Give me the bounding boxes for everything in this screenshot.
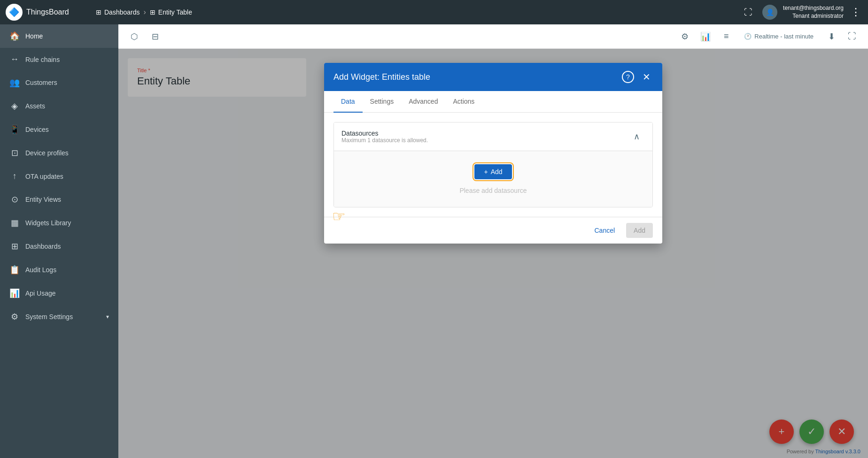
sidebar-label-devices: Devices bbox=[25, 126, 49, 133]
download-button[interactable]: ⬇ bbox=[823, 28, 840, 45]
sidebar-item-customers[interactable]: 👥 Customers bbox=[0, 71, 118, 94]
sidebar-label-customers: Customers bbox=[25, 79, 57, 86]
add-widget-modal: Add Widget: Entities table ? ✕ Data Sett… bbox=[324, 63, 662, 244]
time-range-label: Realtime - last minute bbox=[754, 33, 814, 40]
dashboard-toolbar: ⬡ ⊟ ⚙ 📊 ≡ 🕐 Realtime - last minute ⬇ ⛶ bbox=[118, 24, 868, 49]
sidebar-label-device-profiles: Device profiles bbox=[25, 149, 69, 157]
datasource-placeholder: Please add datasource bbox=[459, 187, 527, 194]
dashboards-icon: ⊞ bbox=[96, 8, 101, 16]
user-email: tenant@thingsboard.org bbox=[783, 4, 844, 12]
modal-header: Add Widget: Entities table ? ✕ bbox=[324, 63, 662, 91]
expand-icon: ▾ bbox=[106, 313, 109, 320]
breadcrumb-dashboards[interactable]: ⊞ Dashboards bbox=[96, 8, 140, 16]
sidebar-item-dashboards[interactable]: ⊞ Dashboards bbox=[0, 235, 118, 258]
sidebar-item-audit-logs[interactable]: 📋 Audit Logs bbox=[0, 258, 118, 282]
rule-chains-icon: ↔ bbox=[9, 54, 20, 64]
avatar: 👤 bbox=[762, 5, 777, 20]
widgets-icon: ▦ bbox=[9, 218, 20, 228]
devices-icon: 📱 bbox=[9, 124, 20, 135]
breadcrumb-separator: › bbox=[144, 8, 146, 16]
modal-close-button[interactable]: ✕ bbox=[640, 70, 653, 84]
api-usage-icon: 📊 bbox=[9, 288, 20, 298]
datasources-section: Datasources Maximum 1 datasource is allo… bbox=[333, 122, 653, 207]
datasources-title-area: Datasources Maximum 1 datasource is allo… bbox=[341, 130, 428, 144]
datasources-header: Datasources Maximum 1 datasource is allo… bbox=[334, 122, 652, 151]
assets-icon: ◈ bbox=[9, 101, 20, 111]
entity-views-icon: ⊙ bbox=[9, 194, 20, 205]
settings-button[interactable]: ⚙ bbox=[676, 28, 693, 45]
logo-area: 🔷 ThingsBoard bbox=[6, 4, 90, 21]
fullscreen-button[interactable]: ⛶ bbox=[844, 28, 860, 45]
dashboard-content: Title * Entity Table Add Widget: Entitie… bbox=[118, 49, 868, 458]
layers-button[interactable]: ⬡ bbox=[126, 28, 143, 45]
modal-body: Datasources Maximum 1 datasource is allo… bbox=[324, 113, 662, 217]
system-settings-icon: ⚙ bbox=[9, 312, 20, 322]
sidebar-item-api-usage[interactable]: 📊 Api Usage bbox=[0, 282, 118, 305]
content-area: ⬡ ⊟ ⚙ 📊 ≡ 🕐 Realtime - last minute ⬇ ⛶ T… bbox=[118, 24, 868, 458]
sidebar-label-audit-logs: Audit Logs bbox=[25, 266, 56, 274]
tab-advanced[interactable]: Advanced bbox=[401, 91, 445, 113]
add-button[interactable]: Add bbox=[626, 223, 653, 238]
chart-button[interactable]: 📊 bbox=[697, 28, 714, 45]
clock-icon: 🕐 bbox=[744, 33, 752, 40]
sidebar-item-rule-chains[interactable]: ↔ Rule chains bbox=[0, 48, 118, 71]
sidebar-label-assets: Assets bbox=[25, 102, 45, 110]
sidebar-label-home: Home bbox=[25, 32, 43, 40]
datasources-subtitle: Maximum 1 datasource is allowed. bbox=[341, 137, 428, 144]
sidebar-label-entity-views: Entity Views bbox=[25, 196, 61, 203]
navbar-right: ⛶ 👤 tenant@thingsboard.org Tenant admini… bbox=[740, 4, 862, 21]
datasources-body: + Add Please add datasource bbox=[334, 151, 652, 207]
breadcrumb-entity-table[interactable]: ⊞ Entity Table bbox=[150, 8, 192, 16]
collapse-datasources-button[interactable]: ∧ bbox=[628, 128, 645, 145]
tab-data[interactable]: Data bbox=[333, 91, 363, 113]
sidebar-item-assets[interactable]: ◈ Assets bbox=[0, 94, 118, 118]
cancel-button[interactable]: Cancel bbox=[587, 223, 622, 238]
breadcrumb: ⊞ Dashboards › ⊞ Entity Table bbox=[96, 8, 734, 16]
fullscreen-toggle-button[interactable]: ⛶ bbox=[740, 4, 757, 21]
navbar-more-button[interactable]: ⋮ bbox=[849, 6, 862, 19]
sidebar-item-widgets-library[interactable]: ▦ Widgets Library bbox=[0, 211, 118, 235]
logo-icon: 🔷 bbox=[6, 4, 23, 21]
main-layout: 🏠 Home ↔ Rule chains 👥 Customers ◈ Asset… bbox=[0, 24, 868, 458]
sidebar-label-ota: OTA updates bbox=[25, 173, 63, 180]
add-button-label: Add bbox=[491, 168, 503, 176]
modal-overlay: Add Widget: Entities table ? ✕ Data Sett… bbox=[118, 49, 868, 458]
customers-icon: 👥 bbox=[9, 77, 20, 88]
modal-title: Add Widget: Entities table bbox=[333, 72, 430, 82]
sidebar-label-rule-chains: Rule chains bbox=[25, 56, 60, 63]
app-name: ThingsBoard bbox=[26, 8, 69, 16]
add-icon: + bbox=[484, 168, 488, 176]
sidebar-item-system-settings[interactable]: ⚙ System Settings ▾ bbox=[0, 305, 118, 328]
sidebar-item-home[interactable]: 🏠 Home bbox=[0, 24, 118, 48]
sidebar-item-entity-views[interactable]: ⊙ Entity Views bbox=[0, 188, 118, 211]
sidebar-label-system-settings: System Settings bbox=[25, 313, 73, 321]
modal-footer: Cancel Add bbox=[324, 217, 662, 244]
home-icon: 🏠 bbox=[9, 31, 20, 41]
sidebar-label-dashboards: Dashboards bbox=[25, 243, 61, 250]
user-info: tenant@thingsboard.org Tenant administra… bbox=[783, 4, 844, 20]
add-datasource-button[interactable]: + Add bbox=[474, 164, 512, 179]
modal-help-button[interactable]: ? bbox=[622, 71, 634, 83]
sidebar-item-devices[interactable]: 📱 Devices bbox=[0, 118, 118, 141]
tab-actions[interactable]: Actions bbox=[445, 91, 482, 113]
table-view-button[interactable]: ⊟ bbox=[147, 28, 163, 45]
sidebar-item-device-profiles[interactable]: ⊡ Device profiles bbox=[0, 141, 118, 165]
sidebar-label-widgets: Widgets Library bbox=[25, 219, 71, 227]
top-navbar: 🔷 ThingsBoard ⊞ Dashboards › ⊞ Entity Ta… bbox=[0, 0, 868, 24]
modal-tabs: Data Settings Advanced Actions bbox=[324, 91, 662, 113]
sidebar: 🏠 Home ↔ Rule chains 👥 Customers ◈ Asset… bbox=[0, 24, 118, 458]
time-range-button[interactable]: 🕐 Realtime - last minute bbox=[738, 30, 819, 43]
device-profiles-icon: ⊡ bbox=[9, 148, 20, 158]
sidebar-label-api-usage: Api Usage bbox=[25, 290, 56, 297]
dashboards-nav-icon: ⊞ bbox=[9, 241, 20, 252]
entity-table-icon: ⊞ bbox=[150, 8, 155, 16]
datasources-title: Datasources bbox=[341, 130, 428, 137]
sidebar-item-ota-updates[interactable]: ↑ OTA updates bbox=[0, 165, 118, 188]
toolbar-right: ⚙ 📊 ≡ 🕐 Realtime - last minute ⬇ ⛶ bbox=[676, 28, 860, 45]
audit-logs-icon: 📋 bbox=[9, 265, 20, 275]
modal-header-actions: ? ✕ bbox=[622, 70, 653, 84]
user-role: Tenant administrator bbox=[783, 12, 844, 20]
filter-button[interactable]: ≡ bbox=[718, 28, 735, 45]
ota-icon: ↑ bbox=[9, 171, 20, 181]
tab-settings[interactable]: Settings bbox=[363, 91, 402, 113]
